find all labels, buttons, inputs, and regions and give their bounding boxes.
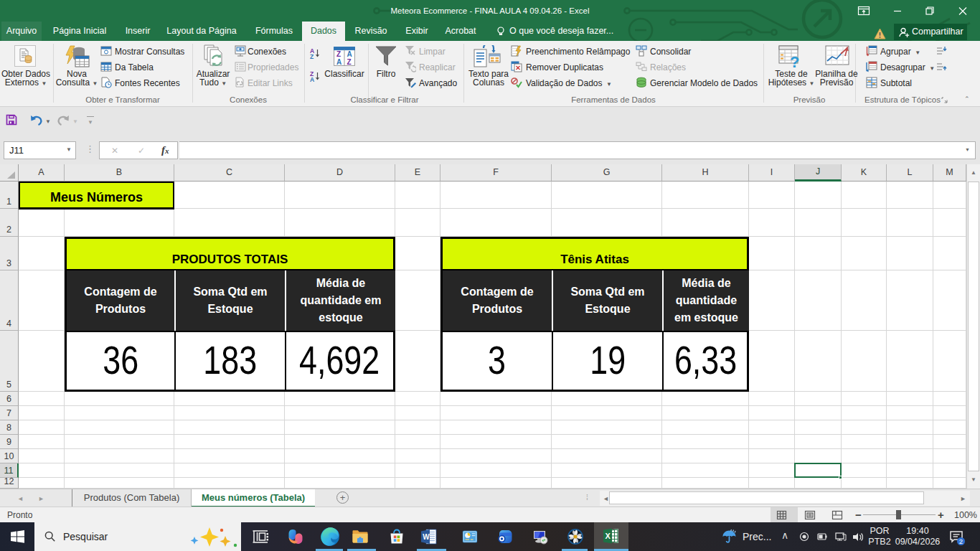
svg-text:Z: Z — [347, 58, 352, 66]
svg-text:?: ? — [790, 53, 799, 68]
svg-text:2: 2 — [959, 537, 963, 545]
svg-text:A: A — [347, 50, 352, 58]
svg-text:W: W — [423, 533, 430, 541]
svg-text:X: X — [606, 532, 611, 540]
svg-text:Z: Z — [310, 53, 314, 60]
svg-text:Z: Z — [336, 50, 341, 58]
svg-text:A: A — [336, 58, 341, 66]
